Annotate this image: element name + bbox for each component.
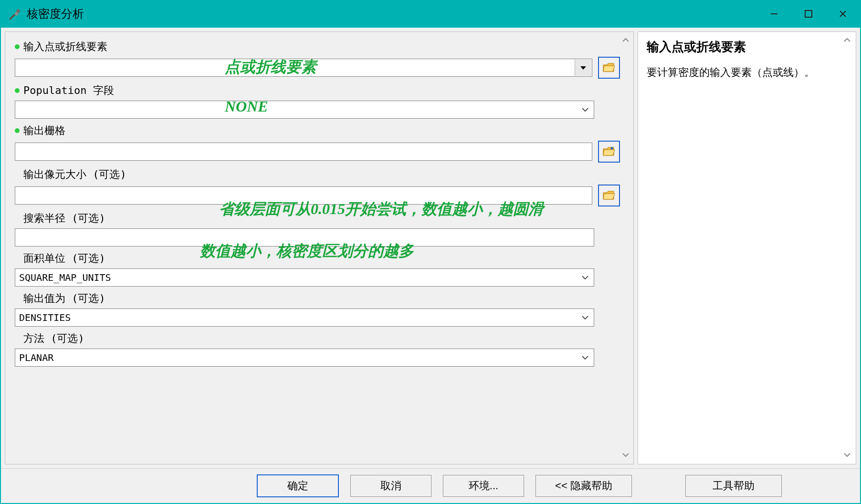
titlebar[interactable]: 核密度分析 [1,1,860,27]
window-title: 核密度分析 [27,6,84,21]
output-values-input[interactable] [15,309,594,327]
input-features-combo[interactable] [15,59,592,77]
dropdown-button[interactable] [577,309,593,326]
dialog-window: 核密度分析 输入点或折线要素 [0,0,861,504]
population-combo[interactable] [15,101,594,119]
label-output-values: 输出值为 (可选) [15,291,620,306]
scroll-down-icon[interactable] [842,451,852,460]
label-text: 输出像元大小 (可选) [23,167,126,182]
dropdown-button[interactable] [577,350,593,366]
required-dot-icon [15,88,20,93]
parameters-panel: 输入点或折线要素 点或折线要素 [5,31,634,464]
dropdown-button[interactable] [577,269,593,286]
field-population: Population 字段 NONE [15,83,620,119]
label-area-units: 面积单位 (可选) [15,251,620,266]
scroll-up-icon[interactable] [621,36,630,45]
cell-size-input[interactable] [15,186,592,205]
label-text: 面积单位 (可选) [23,251,105,266]
field-cell-size: 输出像元大小 (可选) [15,167,620,206]
method-input[interactable] [15,349,594,367]
tool-help-button[interactable]: 工具帮助 [685,475,782,497]
ok-button[interactable]: 确定 [257,474,339,497]
scroll-up-icon[interactable] [842,36,852,45]
label-text: 输出值为 (可选) [23,291,105,306]
browse-input-features-button[interactable] [598,57,620,79]
dialog-body: 输入点或折线要素 点或折线要素 [1,27,860,468]
help-title: 输入点或折线要素 [647,39,837,55]
environments-button[interactable]: 环境... [443,475,524,497]
form-scrollbar[interactable] [619,36,632,460]
label-method: 方法 (可选) [15,331,620,346]
area-units-combo[interactable] [15,268,594,287]
close-button[interactable] [826,1,860,27]
field-output-values: 输出值为 (可选) [15,291,620,327]
field-method: 方法 (可选) [15,331,620,367]
method-combo[interactable] [15,349,594,367]
cancel-button[interactable]: 取消 [350,475,431,497]
area-units-input[interactable] [15,268,594,287]
label-text: 搜索半径 (可选) [23,211,105,226]
label-population: Population 字段 [15,83,620,98]
parameters-scroll: 输入点或折线要素 点或折线要素 [5,32,633,464]
label-text: 输出栅格 [23,123,65,138]
label-input-features: 输入点或折线要素 [15,40,620,54]
svg-marker-5 [580,66,586,70]
output-values-combo[interactable] [15,309,594,327]
field-output-raster: 输出栅格 [15,123,620,163]
dialog-button-row: 确定 取消 环境... << 隐藏帮助 工具帮助 [1,468,860,503]
label-text: 输入点或折线要素 [23,40,107,54]
search-radius-input[interactable] [15,228,594,247]
help-body: 要计算密度的输入要素（点或线）。 [647,64,837,81]
scroll-down-icon[interactable] [621,451,630,460]
label-text: 方法 (可选) [23,331,84,346]
label-cell-size: 输出像元大小 (可选) [15,167,620,182]
label-output-raster: 输出栅格 [15,123,620,138]
help-panel: 输入点或折线要素 要计算密度的输入要素（点或线）。 [638,31,856,464]
label-text: Population 字段 [23,83,114,98]
maximize-button[interactable] [791,1,826,27]
dropdown-button[interactable] [577,102,593,118]
field-input-features: 输入点或折线要素 点或折线要素 [15,40,620,79]
field-area-units: 面积单位 (可选) [15,251,620,287]
field-search-radius: 搜索半径 (可选) [15,211,620,247]
dropdown-button[interactable] [575,60,591,76]
required-dot-icon [15,128,20,133]
help-scrollbar[interactable] [840,36,854,460]
required-dot-icon [15,44,20,49]
output-raster-input[interactable] [15,143,592,161]
label-search-radius: 搜索半径 (可选) [15,211,620,226]
hammer-icon [8,7,21,21]
input-features-input[interactable] [15,59,592,77]
browse-cell-size-button[interactable] [598,185,620,206]
svg-rect-2 [805,10,812,17]
browse-output-raster-button[interactable] [598,141,620,163]
minimize-button[interactable] [757,1,791,27]
hide-help-button[interactable]: << 隐藏帮助 [536,475,632,497]
population-input[interactable] [15,101,594,119]
